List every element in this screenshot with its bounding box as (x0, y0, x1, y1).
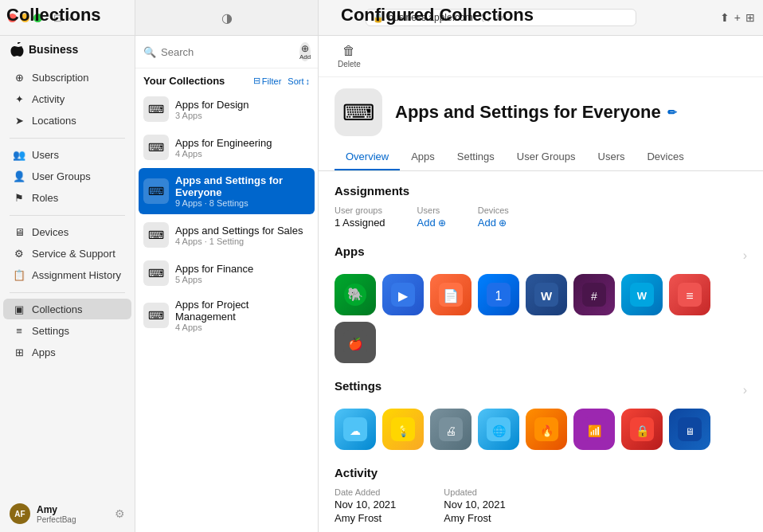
settings-icon: ≡ (13, 324, 25, 337)
sidebar-item-activity[interactable]: ✦ Activity (3, 88, 131, 109)
collection-item-info: Apps for Project Management 4 Apps (175, 299, 310, 332)
user-groups-assignment-value: 1 Assigned (335, 217, 385, 229)
collections-list: ⌨ Apps for Design 3 Apps ⌨ Apps for Engi… (135, 90, 318, 532)
edit-title-icon[interactable]: ✏ (667, 106, 677, 119)
list-item[interactable]: ⌨ Apps and Settings for Everyone 9 Apps … (139, 168, 315, 214)
collection-item-info: Apps and Settings for Everyone 9 Apps · … (175, 174, 310, 208)
list-item[interactable]: ⌨ Apps and Settings for Sales 4 Apps · 1… (135, 216, 318, 254)
sidebar-item-assignment-history[interactable]: 📋 Assignment History (3, 264, 131, 285)
svg-text:1: 1 (495, 289, 503, 303)
tab-apps[interactable]: Apps (400, 144, 446, 170)
assignment-devices: Devices Add ⊕ (478, 205, 509, 229)
setting-icon-icloud[interactable]: ☁ (335, 409, 376, 450)
devices-assignment-label: Devices (478, 205, 509, 215)
collections-search-bar: 🔍 ⊕ Add (135, 36, 318, 68)
sidebar-item-collections[interactable]: ▣ Collections (3, 299, 131, 319)
browser-actions: ⬆ + ⊞ (720, 11, 755, 24)
user-subtitle: PerfectBag (37, 515, 76, 524)
url-text: business.apple.com (389, 12, 473, 23)
collection-item-icon: ⌨ (143, 260, 169, 286)
share-button[interactable]: ⬆ (720, 11, 730, 24)
grid-view-button[interactable]: ⊞ (745, 11, 755, 24)
settings-arrow-icon[interactable]: › (743, 383, 747, 397)
apps-section-header: Apps › (335, 244, 747, 266)
setting-icon-wifi[interactable]: 📶 (573, 409, 615, 450)
sidebar-item-roles[interactable]: ⚑ Roles (3, 187, 131, 208)
gear-icon[interactable]: ⚙ (115, 507, 125, 520)
apps-section-title: Apps (335, 244, 365, 258)
collections-label: Collections (32, 303, 83, 315)
sidebar-item-locations[interactable]: ➤ Locations (3, 110, 131, 131)
traffic-light-green[interactable] (33, 14, 42, 22)
search-input[interactable] (161, 46, 295, 58)
users-icon: 👥 (13, 148, 25, 161)
app-icon-apple[interactable]: 🍎 (335, 322, 376, 363)
delete-button[interactable]: 🗑 Delete (331, 41, 367, 72)
detail-collection-icon: ⌨ (335, 88, 382, 136)
sidebar-item-users[interactable]: 👥 Users (3, 144, 131, 165)
sidebar-item-devices[interactable]: 🖥 Devices (3, 221, 131, 242)
sort-button[interactable]: Sort ↕ (288, 76, 310, 86)
collections-panel-header: Your Collections ⊟ Filter Sort ↕ (135, 68, 318, 90)
svg-text:☁: ☁ (350, 424, 361, 437)
list-item[interactable]: ⌨ Apps for Project Management 4 Apps (135, 292, 318, 338)
settings-section-header: Settings › (335, 379, 747, 401)
devices-add-button[interactable]: Add ⊕ (478, 217, 509, 229)
tab-user-groups[interactable]: User Groups (506, 144, 587, 170)
delete-icon: 🗑 (342, 44, 355, 58)
filter-button[interactable]: ⊟ Filter (253, 76, 281, 86)
service-support-icon: ⚙ (13, 247, 25, 260)
app-icon-word[interactable]: W (526, 274, 567, 315)
tab-overview[interactable]: Overview (335, 144, 400, 170)
url-bar[interactable]: 🔒 business.apple.com ⛶ ↻ (366, 9, 636, 26)
sidebar-item-settings[interactable]: ≡ Settings (3, 320, 131, 341)
app-icon-1password[interactable]: 1 (478, 274, 519, 315)
tab-settings[interactable]: Settings (446, 144, 506, 170)
sidebar-toggle-button[interactable]: ⊡ (52, 10, 64, 25)
svg-text:📶: 📶 (588, 424, 602, 438)
tab-users[interactable]: Users (587, 144, 636, 170)
detail-toolbar: 🗑 Delete (319, 36, 763, 77)
setting-icon-vpn[interactable]: 🔒 (621, 409, 663, 450)
app-icon-evernote[interactable]: 🐘 (335, 274, 376, 315)
detail-tabs: Overview Apps Settings User Groups Users… (319, 144, 763, 171)
setting-icon-safari[interactable]: 🌐 (478, 409, 519, 450)
add-tab-button[interactable]: + (734, 11, 741, 24)
app-icon-webex[interactable]: W (621, 274, 663, 315)
setting-icon-screen[interactable]: 🖥 (669, 409, 710, 450)
setting-icon-print[interactable]: 🖨 (430, 409, 471, 450)
avatar: AF (10, 503, 30, 524)
app-icon-slack[interactable]: # (573, 274, 615, 315)
date-added-value: Nov 10, 2021 (335, 499, 396, 510)
updated-person: Amy Frost (444, 512, 505, 524)
collection-item-sub: 5 Apps (175, 275, 253, 284)
forward-button[interactable]: › (75, 10, 81, 25)
sidebar-item-apps[interactable]: ⊞ Apps (3, 342, 131, 362)
setting-icon-fire[interactable]: 🔥 (526, 409, 567, 450)
tab-devices[interactable]: Devices (636, 144, 695, 170)
collection-item-sub: 4 Apps · 1 Setting (175, 237, 303, 246)
svg-text:🐘: 🐘 (347, 287, 363, 302)
list-item[interactable]: ⌨ Apps for Engineering 4 Apps (135, 128, 318, 166)
collection-item-icon: ⌨ (143, 222, 169, 248)
apps-arrow-icon[interactable]: › (743, 248, 747, 263)
list-item[interactable]: ⌨ Apps for Finance 5 Apps (135, 254, 318, 292)
list-item[interactable]: ⌨ Apps for Design 3 Apps (135, 90, 318, 128)
back-button[interactable]: ‹ (67, 10, 73, 25)
sidebar-item-service-support[interactable]: ⚙ Service & Support (3, 243, 131, 264)
traffic-light-yellow[interactable] (21, 14, 29, 22)
app-icon-list[interactable]: ≡ (669, 274, 710, 315)
users-add-button[interactable]: Add ⊕ (417, 217, 446, 229)
roles-icon: ⚑ (13, 191, 25, 204)
sidebar-item-user-groups[interactable]: 👤 User Groups (3, 166, 131, 186)
setting-icon-light[interactable]: 💡 (382, 409, 424, 450)
users-assignment-label: Users (417, 205, 446, 215)
app-icon-keynote[interactable]: ▶ (382, 274, 424, 315)
reload-icon[interactable]: ↻ (496, 13, 503, 23)
traffic-light-red[interactable] (8, 14, 17, 22)
sidebar-item-subscription[interactable]: ⊕ Subscription (3, 67, 131, 88)
sidebar-section-2: 👥 Users 👤 User Groups ⚑ Roles (0, 143, 135, 209)
app-icon-pages[interactable]: 📄 (430, 274, 471, 315)
add-collection-button[interactable]: ⊕ Add (299, 42, 311, 61)
collection-item-name: Apps and Settings for Everyone (175, 174, 310, 198)
